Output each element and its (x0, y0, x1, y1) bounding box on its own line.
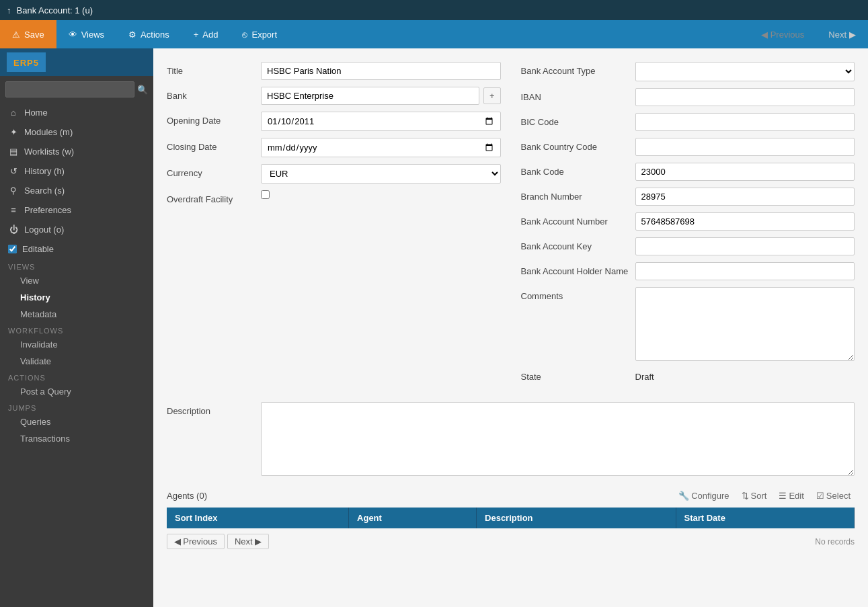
save-button[interactable]: ⚠ Save (0, 20, 56, 48)
edit-icon: ☰ (779, 491, 787, 501)
form-right-column: Bank Account Type IBAN BIC Code Bank Cou… (521, 62, 855, 389)
description-row: Description (167, 402, 855, 476)
add-icon: + (194, 30, 199, 40)
bank-country-row: Bank Country Code (521, 138, 855, 156)
overdraft-row: Overdraft Facility (167, 190, 501, 204)
state-label: State (521, 368, 629, 382)
add-button[interactable]: + Add (182, 20, 231, 48)
previous-icon: ◀ (761, 30, 768, 40)
closing-date-row: Closing Date (167, 138, 501, 157)
sidebar: ERP5 🔍 ⌂ Home ✦ Modules (m) ▤ Worklists … (0, 48, 153, 607)
col-description[interactable]: Description (477, 508, 676, 528)
previous-button[interactable]: ◀ Previous (749, 20, 817, 48)
sidebar-sub-validate[interactable]: Validate (0, 353, 153, 370)
content-area: Title Bank + Opening Date Closing Date (153, 48, 868, 607)
opening-date-input[interactable] (261, 112, 501, 131)
table-previous-button[interactable]: ◀ Previous (167, 534, 225, 549)
next-button[interactable]: Next ▶ (816, 20, 868, 48)
views-icon: 👁 (69, 30, 77, 40)
bank-country-input[interactable] (635, 138, 855, 156)
bank-account-type-select[interactable] (635, 62, 855, 81)
search-button[interactable]: 🔍 (137, 85, 148, 95)
branch-number-input[interactable] (635, 188, 855, 206)
sidebar-sub-transactions[interactable]: Transactions (0, 430, 153, 447)
col-agent[interactable]: Agent (349, 508, 477, 528)
bank-account-holder-label: Bank Account Holder Name (521, 262, 629, 276)
iban-label: IBAN (521, 88, 629, 102)
search-input[interactable] (5, 81, 134, 97)
closing-date-input[interactable] (261, 138, 501, 157)
bank-code-label: Bank Code (521, 163, 629, 177)
sidebar-sub-metadata[interactable]: Metadata (0, 306, 153, 323)
currency-row: Currency EUR USD GBP (167, 164, 501, 184)
sidebar-item-history[interactable]: ↺ History (h) (0, 161, 153, 181)
prev-icon: ◀ (174, 536, 181, 547)
sidebar-sub-post-query[interactable]: Post a Query (0, 383, 153, 400)
sidebar-sub-history[interactable]: History (0, 289, 153, 306)
bank-account-key-row: Bank Account Key (521, 237, 855, 255)
sidebar-item-home[interactable]: ⌂ Home (0, 103, 153, 122)
search-area: 🔍 (0, 76, 153, 103)
views-section-label: VIEWS (0, 259, 153, 272)
sidebar-item-modules[interactable]: ✦ Modules (m) (0, 122, 153, 142)
bank-code-input[interactable] (635, 163, 855, 181)
bank-country-label: Bank Country Code (521, 138, 629, 152)
comments-label: Comments (521, 287, 629, 301)
table-next-button[interactable]: Next ▶ (227, 534, 269, 549)
currency-select[interactable]: EUR USD GBP (261, 164, 501, 184)
worklists-icon: ▤ (8, 147, 19, 157)
sidebar-sub-queries[interactable]: Queries (0, 413, 153, 430)
overdraft-checkbox[interactable] (261, 190, 270, 199)
toolbar: ⚠ Save 👁 Views ⚙ Actions + Add ⎋ Export … (0, 20, 868, 48)
title-input[interactable] (261, 62, 501, 80)
agents-section: Agents (0) 🔧 Configure ⇅ Sort ☰ Edit (167, 489, 855, 555)
bank-account-number-input[interactable] (635, 212, 855, 231)
bank-account-type-label: Bank Account Type (521, 62, 629, 76)
actions-icon: ⚙ (128, 30, 136, 40)
configure-icon: 🔧 (678, 491, 689, 501)
actions-button[interactable]: ⚙ Actions (116, 20, 182, 48)
no-records-label: No records (815, 537, 855, 547)
state-row: State Draft (521, 368, 855, 382)
logo-area: ERP5 (0, 48, 153, 76)
bic-label: BIC Code (521, 113, 629, 127)
editable-row: Editable (0, 239, 153, 259)
iban-input[interactable] (635, 88, 855, 106)
sidebar-item-preferences[interactable]: ≡ Preferences (0, 200, 153, 220)
bank-input[interactable] (261, 87, 479, 105)
save-icon: ⚠ (12, 30, 20, 40)
description-textarea[interactable] (261, 402, 855, 476)
agents-table: Sort Index Agent Description Start Date (167, 508, 855, 528)
configure-button[interactable]: 🔧 Configure (674, 489, 733, 502)
bank-account-number-label: Bank Account Number (521, 212, 629, 227)
actions-section-label: ACTIONS (0, 370, 153, 383)
sidebar-item-worklists[interactable]: ▤ Worklists (w) (0, 142, 153, 161)
bank-row: Bank + (167, 87, 501, 105)
col-sort-index[interactable]: Sort Index (167, 508, 349, 528)
bank-add-button[interactable]: + (483, 87, 501, 104)
sidebar-sub-view[interactable]: View (0, 272, 153, 289)
sidebar-sub-invalidate[interactable]: Invalidate (0, 336, 153, 353)
bic-input[interactable] (635, 113, 855, 131)
agents-actions: 🔧 Configure ⇅ Sort ☰ Edit ☑ Select (674, 489, 855, 502)
iban-row: IBAN (521, 88, 855, 106)
col-start-date[interactable]: Start Date (676, 508, 855, 528)
bank-account-key-input[interactable] (635, 237, 855, 255)
select-button[interactable]: ☑ Select (812, 489, 855, 502)
bank-account-holder-row: Bank Account Holder Name (521, 262, 855, 280)
history-icon: ↺ (8, 166, 19, 176)
bank-account-type-row: Bank Account Type (521, 62, 855, 81)
sidebar-item-search[interactable]: ⚲ Search (s) (0, 181, 153, 200)
views-button[interactable]: 👁 Views (56, 20, 116, 48)
edit-button[interactable]: ☰ Edit (775, 489, 807, 502)
comments-textarea[interactable] (635, 287, 855, 361)
export-button[interactable]: ⎋ Export (230, 20, 289, 48)
main-layout: ERP5 🔍 ⌂ Home ✦ Modules (m) ▤ Worklists … (0, 48, 868, 607)
sidebar-item-logout[interactable]: ⏻ Logout (o) (0, 220, 153, 239)
bank-account-holder-input[interactable] (635, 262, 855, 280)
editable-checkbox[interactable] (8, 245, 17, 253)
state-value: Draft (635, 368, 654, 382)
preferences-icon: ≡ (8, 205, 19, 215)
select-icon: ☑ (816, 491, 824, 501)
sort-button[interactable]: ⇅ Sort (738, 489, 771, 502)
